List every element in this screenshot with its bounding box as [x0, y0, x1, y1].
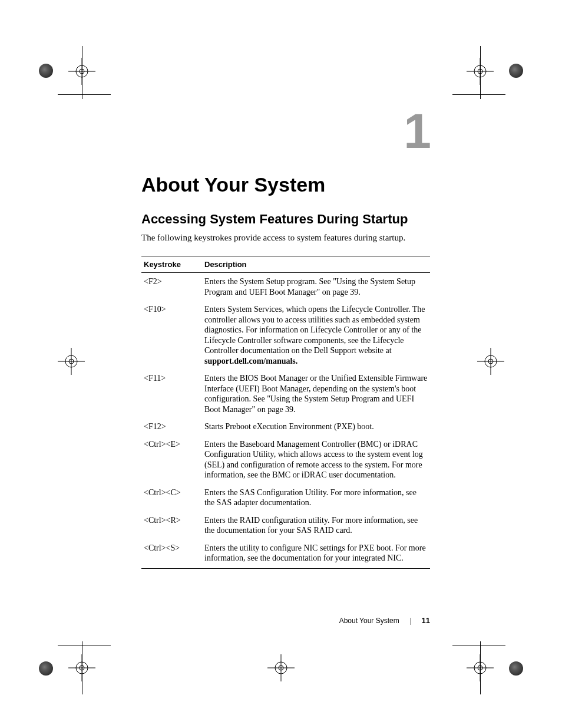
page-content: 1 About Your System Accessing System Fea…: [141, 106, 430, 569]
table-header-description: Description: [202, 256, 430, 273]
page-footer: About Your System | 11: [141, 616, 430, 625]
trim-ball-icon: [509, 64, 523, 78]
description-cell: Enters the utility to configure NIC sett…: [202, 539, 430, 569]
description-cell: Enters the RAID configuration utility. F…: [202, 512, 430, 539]
description-cell: Enters the SAS Configuration Utility. Fo…: [202, 484, 430, 512]
crop-line: [58, 645, 111, 645]
footer-title: About Your System: [339, 617, 399, 625]
crop-line: [480, 46, 481, 99]
registration-mark-icon: [267, 654, 295, 681]
keystroke-cell: <F11>: [141, 370, 202, 418]
trim-ball-icon: [39, 64, 53, 78]
crop-line: [82, 46, 82, 99]
keystroke-cell: <Ctrl><R>: [141, 512, 202, 539]
table-header-keystroke: Keystroke: [141, 256, 202, 273]
description-cell: Enters the BIOS Boot Manager or the Unif…: [202, 370, 430, 418]
table-row: <Ctrl><R>Enters the RAID configuration u…: [141, 512, 430, 539]
keystroke-cell: <Ctrl><E>: [141, 436, 202, 484]
description-cell: Enters the System Setup program. See "Us…: [202, 273, 430, 301]
table-row: <Ctrl><C>Enters the SAS Configuration Ut…: [141, 484, 430, 512]
description-cell: Enters the Baseboard Management Controll…: [202, 436, 430, 484]
description-cell: Enters System Services, which opens the …: [202, 301, 430, 370]
keystroke-cell: <F12>: [141, 418, 202, 436]
section-intro: The following keystrokes provide access …: [141, 233, 430, 243]
table-row: <F11>Enters the BIOS Boot Manager or the…: [141, 370, 430, 418]
trim-ball-icon: [39, 661, 53, 676]
bold-text: support.dell.com/manuals.: [204, 357, 297, 365]
keystroke-table: Keystroke Description <F2>Enters the Sys…: [141, 256, 430, 569]
table-row: <F2>Enters the System Setup program. See…: [141, 273, 430, 301]
crop-line: [82, 641, 82, 694]
trim-ball-icon: [509, 661, 523, 676]
chapter-number: 1: [141, 106, 430, 156]
crop-line: [452, 645, 505, 645]
keystroke-cell: <Ctrl><C>: [141, 484, 202, 512]
keystroke-cell: <Ctrl><S>: [141, 539, 202, 569]
chapter-title: About Your System: [141, 173, 430, 196]
description-cell: Starts Preboot eXecution Environment (PX…: [202, 418, 430, 436]
footer-page-number: 11: [422, 616, 430, 625]
crop-line: [480, 641, 481, 694]
registration-mark-icon: [58, 348, 85, 375]
section-title: Accessing System Features During Startup: [141, 212, 430, 227]
crop-line: [58, 94, 111, 95]
table-row: <Ctrl><S>Enters the utility to configure…: [141, 539, 430, 569]
keystroke-cell: <F2>: [141, 273, 202, 301]
registration-mark-icon: [477, 348, 504, 375]
table-row: <F12>Starts Preboot eXecution Environmen…: [141, 418, 430, 436]
keystroke-cell: <F10>: [141, 301, 202, 370]
footer-separator: |: [409, 617, 411, 625]
table-row: <Ctrl><E>Enters the Baseboard Management…: [141, 436, 430, 484]
table-body: <F2>Enters the System Setup program. See…: [141, 273, 430, 569]
table-row: <F10>Enters System Services, which opens…: [141, 301, 430, 370]
crop-line: [452, 94, 505, 95]
